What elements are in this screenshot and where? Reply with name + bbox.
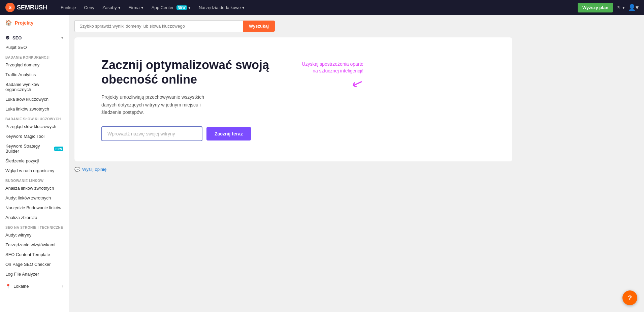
new-badge: new	[54, 147, 63, 151]
sidebar-item-dashboard[interactable]: Pulpit SEO	[0, 42, 69, 52]
upgrade-button[interactable]: Wyższy plan	[578, 3, 613, 12]
ai-arrow-icon: ↙	[350, 74, 366, 93]
sidebar-item-sledzenie-pozycji[interactable]: Śledzenie pozycji	[0, 156, 69, 166]
start-button[interactable]: Zacznij teraz	[206, 127, 251, 141]
nav-items: Funkcje Ceny Zasoby ▾ Firma ▾ App Center…	[57, 3, 571, 12]
sidebar-seo-section[interactable]: ⚙ SEO ▾	[0, 31, 69, 42]
promo-description: Projekty umożliwiają przechowywanie wszy…	[101, 93, 209, 116]
nav-firma[interactable]: Firma ▾	[125, 3, 147, 12]
seo-section-title: ⚙ SEO	[5, 35, 22, 40]
sidebar-projects[interactable]: 🏠 Projekty	[0, 15, 69, 31]
projects-icon: 🏠	[5, 20, 12, 26]
chevron-down-icon: ▾	[141, 5, 143, 10]
language-selector[interactable]: PL ▾	[616, 5, 625, 10]
sidebar-item-traffic-analytics[interactable]: Traffic Analytics	[0, 70, 69, 80]
seo-icon: ⚙	[5, 35, 10, 40]
sidebar-lokalne[interactable]: 📍 Lokalne ›	[0, 279, 69, 293]
new-badge: NEW	[176, 5, 187, 10]
promo-right: Uzyskaj spostrzeżenia oparte na sztuczne…	[296, 58, 363, 91]
nav-app-center[interactable]: App Center NEW ▾	[148, 3, 194, 12]
sidebar-item-badanie-wynikow[interactable]: Badanie wyników organicznych	[0, 80, 69, 94]
sidebar-category-seo-stronie: SEO NA STRONIE I TECHNICZNE	[0, 222, 69, 230]
promo-card: Zacznij optymalizować swoją obecność onl…	[74, 37, 512, 161]
sidebar-item-audyt-witryny[interactable]: Audyt witryny	[0, 230, 69, 240]
location-icon: 📍	[5, 284, 11, 289]
logo-icon: S	[5, 3, 15, 12]
sidebar-item-log-file[interactable]: Log File Analyzer	[0, 269, 69, 279]
chevron-down-icon: ▾	[61, 36, 63, 40]
sidebar-item-analiza-zbiorcza[interactable]: Analiza zbiorcza	[0, 213, 69, 222]
sidebar-item-on-page-seo[interactable]: On Page SEO Checker	[0, 259, 69, 269]
sidebar-item-narzedzie-budowanie[interactable]: Narzędziе Budowanie linków	[0, 203, 69, 213]
sidebar: 🏠 Projekty ⚙ SEO ▾ Pulpit SEO BADANIE KO…	[0, 15, 69, 312]
sidebar-category-badanie-konkurencji: BADANIE KONKURENCJI	[0, 52, 69, 60]
layout: 🏠 Projekty ⚙ SEO ▾ Pulpit SEO BADANIE KO…	[0, 15, 644, 312]
chevron-down-icon: ▾	[622, 5, 625, 10]
sidebar-item-zarzadzanie-wizytowkami[interactable]: Zarządzanie wizytówkami	[0, 240, 69, 250]
nav-narzedzia[interactable]: Narzędzia dodatkowe ▾	[195, 3, 248, 12]
nav-ceny[interactable]: Ceny	[81, 3, 98, 12]
logo[interactable]: S SEMRUSH	[5, 3, 47, 12]
sidebar-category-badanie-slow: BADANIE SŁÓW KLUCZOWYCH	[0, 114, 69, 122]
website-input[interactable]	[101, 126, 202, 141]
sidebar-item-audyt-linkow[interactable]: Audyt linków zwrotnych	[0, 193, 69, 203]
chevron-down-icon: ▾	[188, 5, 191, 10]
sidebar-item-wglad-ruch[interactable]: Wgląd w ruch organiczny	[0, 166, 69, 176]
nav-funkcje[interactable]: Funkcje	[57, 3, 79, 12]
logo-text: SEMRUSH	[17, 4, 47, 11]
promo-title: Zacznij optymalizować swoją obecność onl…	[101, 58, 269, 87]
sidebar-item-przeglad-domeny[interactable]: Przegląd domeny	[0, 60, 69, 70]
sidebar-item-luka-slow[interactable]: Luka słów kluczowych	[0, 94, 69, 104]
ai-text: Uzyskaj spostrzeżenia oparte na sztuczne…	[296, 61, 363, 74]
feedback-label: Wyślij opinię	[82, 167, 106, 172]
lokalne-label: 📍 Lokalne	[5, 284, 29, 289]
promo-form: Zacznij teraz	[101, 126, 269, 141]
main-content: Wyszukaj Zacznij optymalizować swoją obe…	[69, 15, 644, 312]
chevron-down-icon: ▾	[118, 5, 121, 10]
sidebar-item-keyword-strategy[interactable]: Keyword Strategy Builder new	[0, 141, 69, 156]
search-button[interactable]: Wyszukaj	[243, 21, 275, 32]
nav-zasoby[interactable]: Zasoby ▾	[99, 3, 124, 12]
nav-right: Wyższy plan PL ▾ 👤▾	[578, 3, 639, 12]
sidebar-item-przeglad-slow[interactable]: Przegląd słów kluczowych	[0, 122, 69, 131]
sidebar-item-keyword-magic[interactable]: Keyword Magic Tool	[0, 131, 69, 141]
chevron-down-icon: ▾	[242, 5, 245, 10]
search-input[interactable]	[74, 20, 243, 32]
promo-content: Zacznij optymalizować swoją obecność onl…	[101, 58, 485, 141]
sidebar-item-analiza-linkow[interactable]: Analiza linków zwrotnych	[0, 183, 69, 193]
search-bar: Wyszukaj	[74, 20, 639, 32]
feedback-icon: 💬	[74, 167, 80, 172]
help-button[interactable]: ?	[622, 290, 637, 305]
sidebar-item-luka-linkow[interactable]: Luka linków zwrotnych	[0, 104, 69, 114]
sidebar-projects-label: Projekty	[15, 20, 33, 26]
feedback-link[interactable]: 💬 Wyślij opinię	[74, 167, 639, 172]
user-menu[interactable]: 👤▾	[628, 4, 639, 11]
top-navigation: S SEMRUSH Funkcje Ceny Zasoby ▾ Firma ▾ …	[0, 0, 644, 15]
sidebar-category-budowanie-linkow: BUDOWANIE LINKÓW	[0, 176, 69, 183]
chevron-right-icon: ›	[62, 283, 63, 289]
sidebar-item-seo-content-template[interactable]: SEO Content Template	[0, 250, 69, 259]
promo-left: Zacznij optymalizować swoją obecność onl…	[101, 58, 269, 141]
